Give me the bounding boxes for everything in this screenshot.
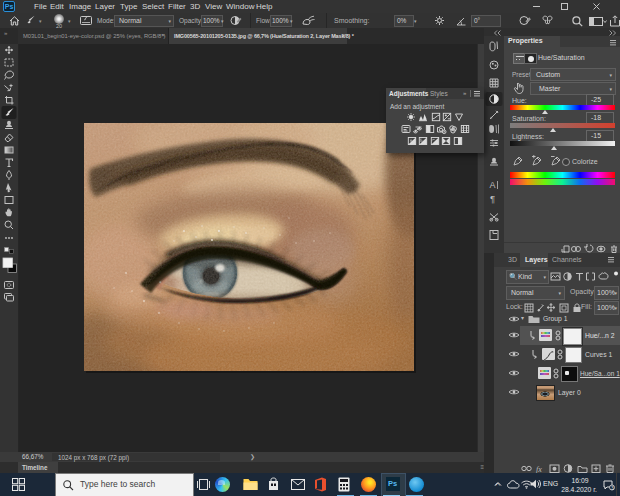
svg-text:¶: ¶ [490, 193, 495, 204]
svg-text:A: A [490, 180, 496, 190]
svg-text:3: 3 [611, 485, 614, 491]
